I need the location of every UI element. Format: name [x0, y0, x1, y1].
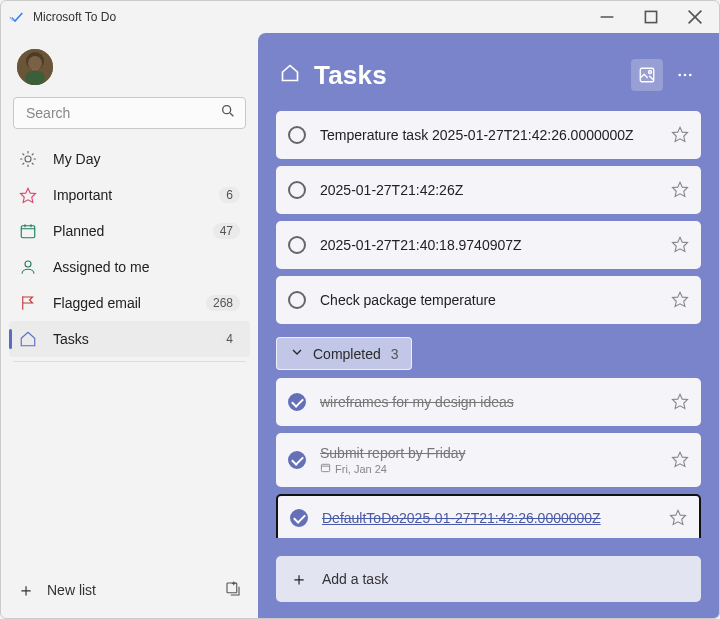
- svg-line-18: [32, 154, 33, 155]
- sidebar-item-label: Tasks: [53, 331, 219, 347]
- flag-icon: [19, 294, 43, 312]
- star-icon[interactable]: [671, 125, 689, 146]
- sidebar-badge: 6: [219, 187, 240, 203]
- completed-count: 3: [391, 346, 399, 362]
- task-row-completed[interactable]: wireframes for my design ideas: [276, 378, 701, 426]
- svg-marker-36: [673, 292, 688, 306]
- nav-list: My Day Important 6 Planned 47 Assigned t…: [9, 141, 250, 570]
- app-icon: [9, 9, 25, 25]
- svg-line-15: [23, 154, 24, 155]
- search-input[interactable]: [13, 97, 246, 129]
- new-list-button[interactable]: ＋ New list: [9, 570, 250, 610]
- task-row[interactable]: Temperature task 2025-01-27T21:42:26.000…: [276, 111, 701, 159]
- task-list: Temperature task 2025-01-27T21:42:26.000…: [276, 111, 701, 538]
- task-row[interactable]: 2025-01-27T21:42:26Z: [276, 166, 701, 214]
- more-options-button[interactable]: [669, 59, 701, 91]
- window-maximize-button[interactable]: [629, 1, 673, 33]
- task-title: 2025-01-27T21:42:26Z: [320, 182, 663, 198]
- task-row-completed[interactable]: Submit report by Friday Fri, Jan 24: [276, 433, 701, 487]
- plus-icon: ＋: [17, 578, 41, 602]
- theme-button[interactable]: [631, 59, 663, 91]
- new-group-icon[interactable]: [224, 580, 242, 601]
- task-row-completed-selected[interactable]: DefaultToDo2025-01-27T21:42:26.0000000Z: [276, 494, 701, 538]
- task-due: Fri, Jan 24: [320, 462, 663, 475]
- svg-rect-38: [321, 464, 329, 471]
- sidebar-item-flagged[interactable]: Flagged email 268: [9, 285, 250, 321]
- star-icon[interactable]: [671, 180, 689, 201]
- calendar-icon: [19, 222, 43, 240]
- star-icon[interactable]: [671, 392, 689, 413]
- completed-label: Completed: [313, 346, 381, 362]
- task-checkbox[interactable]: [288, 181, 306, 199]
- task-row[interactable]: Check package temperature: [276, 276, 701, 324]
- avatar[interactable]: [17, 49, 53, 85]
- new-list-label: New list: [47, 582, 224, 598]
- svg-point-10: [25, 156, 31, 162]
- svg-marker-19: [21, 188, 36, 202]
- task-checkbox-checked[interactable]: [288, 451, 306, 469]
- sidebar-badge: 47: [213, 223, 240, 239]
- home-icon: [280, 63, 300, 87]
- svg-rect-20: [21, 226, 35, 238]
- completed-toggle[interactable]: Completed 3: [276, 337, 412, 370]
- svg-marker-33: [673, 127, 688, 141]
- task-row[interactable]: 2025-01-27T21:40:18.9740907Z: [276, 221, 701, 269]
- sidebar-item-label: My Day: [53, 151, 240, 167]
- sidebar-badge: 268: [206, 295, 240, 311]
- svg-line-17: [23, 163, 24, 164]
- sun-icon: [19, 150, 43, 168]
- svg-marker-40: [673, 452, 688, 466]
- search-box: [13, 97, 246, 129]
- svg-marker-41: [671, 510, 686, 524]
- task-title: wireframes for my design ideas: [320, 394, 663, 410]
- task-title: 2025-01-27T21:40:18.9740907Z: [320, 237, 663, 253]
- main-header: Tasks: [280, 59, 701, 91]
- svg-rect-1: [645, 11, 656, 22]
- svg-marker-34: [673, 182, 688, 196]
- sidebar-item-label: Assigned to me: [53, 259, 240, 275]
- add-task-input[interactable]: ＋ Add a task: [276, 556, 701, 602]
- sidebar: My Day Important 6 Planned 47 Assigned t…: [1, 33, 258, 618]
- page-title: Tasks: [314, 60, 631, 91]
- task-checkbox[interactable]: [288, 291, 306, 309]
- window-minimize-button[interactable]: [585, 1, 629, 33]
- svg-rect-25: [227, 583, 237, 593]
- sidebar-item-my-day[interactable]: My Day: [9, 141, 250, 177]
- home-icon: [19, 330, 43, 348]
- svg-point-30: [678, 74, 681, 77]
- sidebar-badge: 4: [219, 331, 240, 347]
- star-icon: [19, 186, 43, 204]
- star-icon[interactable]: [669, 508, 687, 529]
- svg-rect-6: [25, 71, 45, 85]
- task-checkbox[interactable]: [288, 126, 306, 144]
- sidebar-item-important[interactable]: Important 6: [9, 177, 250, 213]
- window-close-button[interactable]: [673, 1, 717, 33]
- sidebar-item-assigned[interactable]: Assigned to me: [9, 249, 250, 285]
- title-bar: Microsoft To Do: [1, 1, 719, 33]
- star-icon[interactable]: [671, 235, 689, 256]
- calendar-icon: [320, 462, 331, 475]
- task-title: Check package temperature: [320, 292, 663, 308]
- svg-line-16: [32, 163, 33, 164]
- star-icon[interactable]: [671, 450, 689, 471]
- svg-rect-28: [640, 68, 654, 82]
- svg-point-8: [223, 106, 231, 114]
- add-task-label: Add a task: [322, 571, 388, 587]
- svg-point-31: [684, 74, 687, 77]
- app-title: Microsoft To Do: [33, 10, 585, 24]
- search-icon[interactable]: [220, 103, 236, 123]
- svg-marker-37: [673, 394, 688, 408]
- task-title: Submit report by Friday: [320, 445, 663, 461]
- svg-point-32: [689, 74, 692, 77]
- sidebar-item-label: Flagged email: [53, 295, 206, 311]
- sidebar-item-planned[interactable]: Planned 47: [9, 213, 250, 249]
- sidebar-item-label: Planned: [53, 223, 213, 239]
- star-icon[interactable]: [671, 290, 689, 311]
- chevron-down-icon: [289, 344, 305, 363]
- task-checkbox[interactable]: [288, 236, 306, 254]
- svg-point-7: [26, 52, 44, 70]
- sidebar-item-tasks[interactable]: Tasks 4: [9, 321, 250, 357]
- svg-point-24: [25, 261, 31, 267]
- task-checkbox-checked[interactable]: [288, 393, 306, 411]
- task-checkbox-checked[interactable]: [290, 509, 308, 527]
